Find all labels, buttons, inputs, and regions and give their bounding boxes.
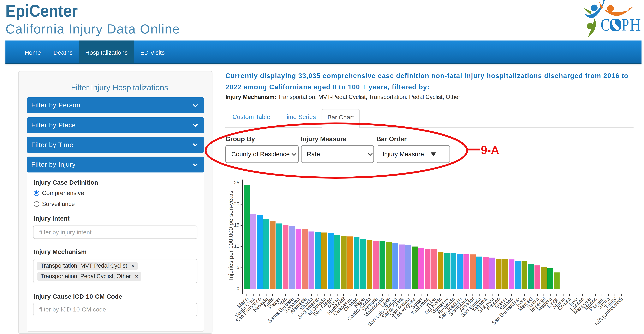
svg-text:9-A: 9-A — [481, 144, 499, 156]
